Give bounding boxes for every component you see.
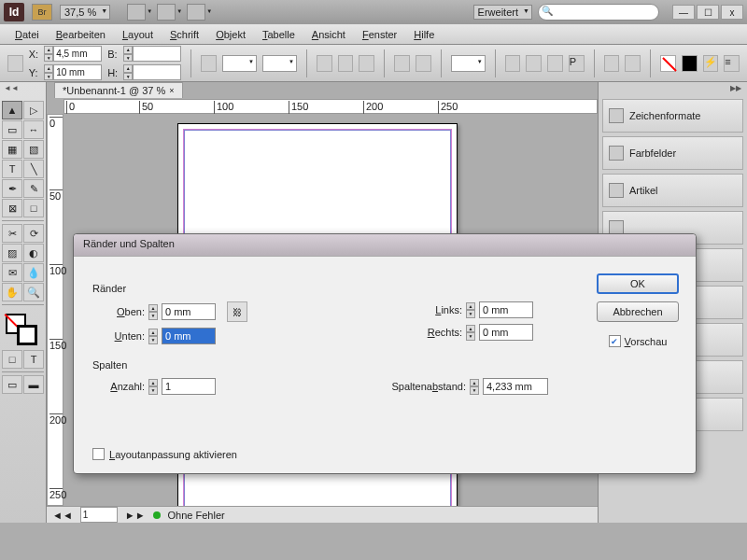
bridge-icon[interactable]: Br <box>32 4 52 21</box>
menu-icon[interactable]: ≡ <box>724 55 740 72</box>
stroke-weight-dd[interactable] <box>451 55 486 72</box>
abstand-spinner[interactable]: ▲▼ <box>470 379 479 395</box>
minimize-button[interactable]: — <box>672 5 695 20</box>
cancel-button[interactable]: Abbrechen <box>597 301 679 322</box>
gradient-tool[interactable]: ▨ <box>2 244 22 262</box>
b-input[interactable] <box>133 46 181 62</box>
x-input[interactable] <box>53 46 102 62</box>
unten-spinner[interactable]: ▲▼ <box>148 329 158 344</box>
links-input[interactable] <box>479 301 533 318</box>
content-collector-tool[interactable]: ▦ <box>2 140 22 159</box>
menu-bearbeiten[interactable]: Bearbeiten <box>49 27 113 42</box>
apply-text-tool[interactable]: T <box>23 350 44 369</box>
menu-tabelle[interactable]: Tabelle <box>255 27 303 42</box>
menu-ansicht[interactable]: Ansicht <box>304 27 353 42</box>
para-style-icon[interactable]: P <box>569 55 585 72</box>
document-tab[interactable]: *Unbenannt-1 @ 37 % × <box>54 82 183 98</box>
align-icon[interactable] <box>604 55 620 72</box>
anzahl-input[interactable] <box>162 378 216 395</box>
zoom-select[interactable]: 37,5 % <box>60 5 110 20</box>
search-input[interactable] <box>538 4 659 21</box>
rectangle-tool[interactable]: □ <box>23 199 44 217</box>
reference-point-icon[interactable] <box>7 55 23 72</box>
scale-x-dd[interactable] <box>222 55 257 72</box>
corner-icon[interactable] <box>547 55 563 72</box>
preview-view-tool[interactable]: ▬ <box>23 375 44 394</box>
panel-zeichenformate[interactable]: Zeichenformate <box>602 99 743 133</box>
screen-mode-icon[interactable] <box>157 4 176 21</box>
pencil-tool[interactable]: ✎ <box>23 179 44 198</box>
content-placer-tool[interactable]: ▧ <box>23 140 44 159</box>
menu-hilfe[interactable]: Hilfe <box>406 27 442 42</box>
zoom-tool[interactable]: 🔍 <box>23 283 44 301</box>
workspace-select[interactable]: Erweitert <box>473 5 532 20</box>
line-tool[interactable]: ╲ <box>23 160 44 178</box>
panel-artikel[interactable]: Artikel <box>602 174 743 207</box>
selection-tool[interactable]: ▲ <box>2 101 22 119</box>
b-spinner[interactable]: ▲▼ <box>123 46 133 62</box>
constrain-icon[interactable] <box>201 55 217 72</box>
page-nav-prev[interactable]: ◄◄ <box>52 510 73 521</box>
normal-view-tool[interactable]: ▭ <box>2 375 22 394</box>
close-button[interactable]: x <box>721 5 743 20</box>
oben-input[interactable] <box>162 303 216 320</box>
select-content-icon[interactable] <box>416 55 431 72</box>
page-tool[interactable]: ▭ <box>2 120 22 139</box>
menu-schrift[interactable]: Schrift <box>162 27 206 42</box>
gap-tool[interactable]: ↔ <box>23 120 44 139</box>
quick-apply-icon[interactable]: ⚡ <box>703 55 719 72</box>
fill-icon[interactable] <box>660 55 676 72</box>
menu-fenster[interactable]: Fenster <box>355 27 404 42</box>
unten-input[interactable] <box>162 328 216 344</box>
select-container-icon[interactable] <box>394 55 410 72</box>
rechts-spinner[interactable]: ▲▼ <box>466 325 475 341</box>
oben-spinner[interactable]: ▲▼ <box>148 304 158 320</box>
menu-datei[interactable]: Datei <box>7 27 47 42</box>
y-input[interactable] <box>53 64 102 80</box>
menu-layout[interactable]: Layout <box>115 27 161 42</box>
menu-objekt[interactable]: Objekt <box>208 27 253 42</box>
rectangle-frame-tool[interactable]: ⊠ <box>2 199 22 217</box>
effects-icon[interactable] <box>505 55 521 72</box>
vorschau-checkbox[interactable]: ✔ <box>609 335 621 347</box>
flip-v-icon[interactable] <box>359 55 374 72</box>
gradient-feather-tool[interactable]: ◐ <box>23 244 44 262</box>
distribute-icon[interactable] <box>625 55 641 72</box>
page-number-input[interactable] <box>80 507 118 523</box>
wrap-icon[interactable] <box>526 55 542 72</box>
link-margins-icon[interactable]: ⛓ <box>227 301 247 322</box>
h-input[interactable] <box>133 64 181 80</box>
note-tool[interactable]: ✉ <box>2 263 22 282</box>
direct-selection-tool[interactable]: ▷ <box>23 101 44 119</box>
x-spinner[interactable]: ▲▼ <box>44 46 53 62</box>
h-spinner[interactable]: ▲▼ <box>123 64 133 80</box>
view-options-icon[interactable] <box>127 4 146 21</box>
y-spinner[interactable]: ▲▼ <box>44 64 53 80</box>
page-nav-next[interactable]: ►► <box>125 510 146 521</box>
scissors-tool[interactable]: ✂ <box>2 224 22 243</box>
apply-color-tool[interactable]: □ <box>2 350 22 369</box>
layout-checkbox[interactable] <box>92 448 105 460</box>
ok-button[interactable]: OK <box>597 273 679 294</box>
tab-close-icon[interactable]: × <box>169 86 174 95</box>
toolbox: ▲ ▷ ▭ ↔ ▦ ▧ T ╲ ✒ ✎ ⊠ □ ✂ ⟳ ▨ ◐ ✉ 💧 ✋ 🔍 … <box>0 82 47 523</box>
rotate-icon[interactable] <box>317 55 332 72</box>
anzahl-spinner[interactable]: ▲▼ <box>148 379 158 395</box>
panel-farbfelder[interactable]: Farbfelder <box>602 136 743 170</box>
hand-tool[interactable]: ✋ <box>2 283 22 301</box>
stroke-swatch[interactable] <box>17 325 37 345</box>
flip-h-icon[interactable] <box>338 55 354 72</box>
eyedropper-tool[interactable]: 💧 <box>23 263 44 282</box>
maximize-button[interactable]: ☐ <box>697 5 719 20</box>
stroke-icon[interactable] <box>682 55 698 72</box>
scale-y-dd[interactable] <box>262 55 297 72</box>
arrange-docs-icon[interactable] <box>187 4 205 21</box>
transform-tool[interactable]: ⟳ <box>23 224 44 243</box>
type-tool[interactable]: T <box>2 160 22 178</box>
fill-stroke-swatch[interactable] <box>2 312 44 349</box>
rechts-input[interactable] <box>479 324 533 341</box>
links-spinner[interactable]: ▲▼ <box>466 302 475 318</box>
abstand-input[interactable] <box>483 378 548 395</box>
articles-icon <box>609 183 624 198</box>
pen-tool[interactable]: ✒ <box>2 179 22 198</box>
